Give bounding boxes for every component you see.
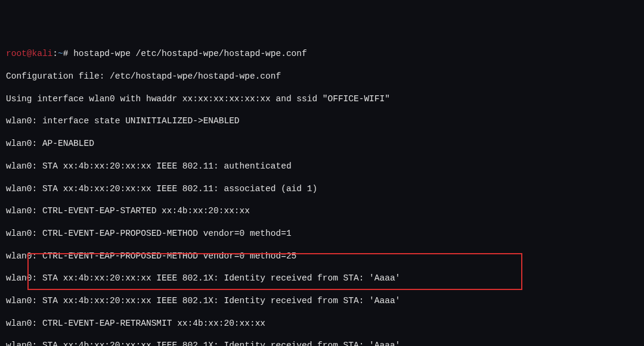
prompt-path: ~ — [58, 49, 63, 58]
output-line: wlan0: STA xx:4b:xx:20:xx:xx IEEE 802.1X… — [6, 340, 638, 346]
output-line: wlan0: CTRL-EVENT-EAP-PROPOSED-METHOD ve… — [6, 228, 638, 239]
command: hostapd-wpe /etc/hostapd-wpe/hostapd-wpe… — [73, 49, 307, 58]
output-line: wlan0: CTRL-EVENT-EAP-STARTED xx:4b:xx:2… — [6, 205, 638, 217]
output-line: wlan0: CTRL-EVENT-EAP-PROPOSED-METHOD ve… — [6, 251, 638, 262]
output-line: Configuration file: /etc/hostapd-wpe/hos… — [6, 71, 638, 82]
prompt-colon: : — [52, 49, 58, 58]
prompt-line[interactable]: root@kali:~# hostapd-wpe /etc/hostapd-wp… — [6, 48, 638, 60]
output-line: Using interface wlan0 with hwaddr xx:xx:… — [6, 93, 638, 105]
prompt-host: kali — [32, 49, 53, 58]
output-line: wlan0: AP-ENABLED — [6, 138, 638, 149]
prompt-at: @ — [27, 49, 32, 58]
output-line: wlan0: STA xx:4b:xx:20:xx:xx IEEE 802.11… — [6, 183, 638, 195]
output-line: wlan0: CTRL-EVENT-EAP-RETRANSMIT xx:4b:x… — [6, 318, 638, 329]
command-text — [68, 49, 73, 58]
output-line: wlan0: STA xx:4b:xx:20:xx:xx IEEE 802.1X… — [6, 273, 638, 284]
output-line: wlan0: interface state UNINITIALIZED->EN… — [6, 116, 638, 127]
prompt-user: root — [6, 49, 27, 58]
output-line: wlan0: STA xx:4b:xx:20:xx:xx IEEE 802.1X… — [6, 295, 638, 307]
output-line: wlan0: STA xx:4b:xx:20:xx:xx IEEE 802.11… — [6, 161, 638, 172]
